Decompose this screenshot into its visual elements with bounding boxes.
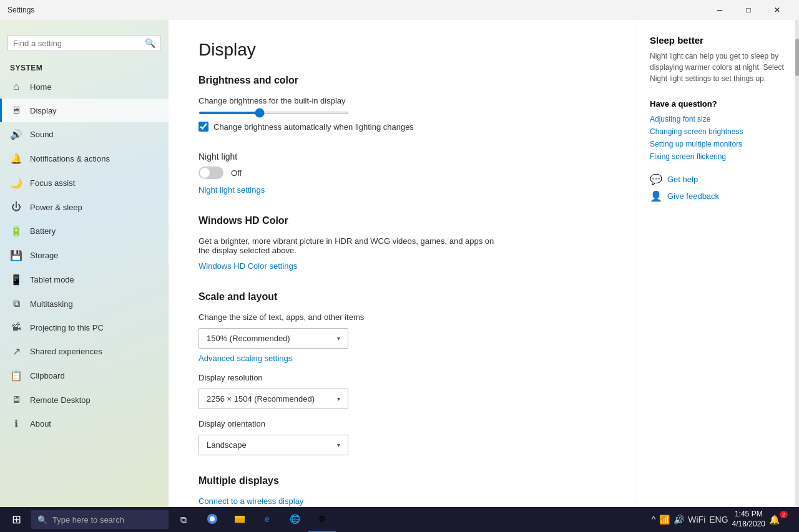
storage-icon: 💾 [10, 249, 22, 261]
task-view-button[interactable]: ⧉ [170, 507, 197, 532]
taskbar-time[interactable]: 1:45 PM 4/18/2020 [732, 510, 765, 529]
search-box[interactable]: 🔍 [7, 35, 161, 51]
toggle-knob [200, 168, 210, 178]
link-multiple-monitors[interactable]: Setting up multiple monitors [650, 140, 787, 148]
sidebar-item-tablet[interactable]: 📱 Tablet mode [0, 268, 169, 292]
sidebar-item-label-about: About [30, 419, 51, 428]
hd-color-settings-link[interactable]: Windows HD Color settings [199, 261, 297, 271]
svg-rect-3 [235, 518, 245, 523]
give-feedback-icon: 👤 [650, 190, 662, 202]
sidebar-item-sound[interactable]: 🔊 Sound [0, 122, 169, 147]
give-feedback-label: Give feedback [667, 191, 719, 201]
display-icon: 🖥 [10, 105, 22, 116]
orientation-dropdown-value: Landscape [207, 440, 247, 450]
sidebar-item-remote[interactable]: 🖥 Remote Desktop [0, 388, 169, 412]
app-body: 🔍 System ⌂ Home 🖥 Display 🔊 Sound 🔔 Noti… [0, 20, 799, 507]
brightness-slider[interactable] [199, 112, 348, 114]
get-help-action[interactable]: 💬 Get help [650, 173, 787, 185]
search-input[interactable] [13, 39, 145, 48]
sidebar-item-multitasking[interactable]: ⧉ Multitasking [0, 292, 169, 316]
sidebar-item-shared[interactable]: ↗ Shared experiences [0, 339, 169, 364]
taskbar-app-chrome[interactable] [199, 507, 226, 532]
sidebar-item-home[interactable]: ⌂ Home [0, 75, 169, 99]
search-icon: 🔍 [145, 38, 155, 48]
taskbar-app-settings[interactable]: ⚙ [308, 507, 336, 532]
sidebar-item-notifications[interactable]: 🔔 Notifications & actions [0, 147, 169, 171]
taskbar-search[interactable]: 🔍 Type here to search [31, 510, 169, 529]
link-adjusting-font[interactable]: Adjusting font size [650, 115, 787, 123]
wireless-display-link[interactable]: Connect to a wireless display [199, 496, 607, 506]
sidebar-item-focus[interactable]: 🌙 Focus assist [0, 171, 169, 195]
taskbar-sys-tray: ^ 📶 🔊 WiFi ENG 1:45 PM 4/18/2020 🔔 2 [647, 510, 797, 529]
night-light-toggle[interactable] [199, 167, 223, 179]
brightness-label: Change brightness for the built-in displ… [199, 96, 607, 105]
hd-color-section: Windows HD Color Get a brighter, more vi… [199, 215, 607, 271]
remote-icon: 🖥 [10, 394, 22, 405]
sidebar-section-label: System [0, 59, 169, 75]
multiple-displays-section: Multiple displays Connect to a wireless … [199, 475, 607, 507]
sidebar-item-about[interactable]: ℹ About [0, 412, 169, 436]
clipboard-icon: 📋 [10, 370, 22, 382]
about-icon: ℹ [10, 418, 22, 430]
maximize-button[interactable]: □ [734, 0, 763, 20]
volume-icon[interactable]: 🔊 [674, 515, 684, 525]
tablet-icon: 📱 [10, 274, 22, 286]
auto-brightness-checkbox[interactable] [199, 122, 208, 132]
have-question-title: Have a question? [650, 99, 787, 109]
give-feedback-action[interactable]: 👤 Give feedback [650, 190, 787, 202]
sidebar-item-battery[interactable]: 🔋 Battery [0, 219, 169, 243]
scale-dropdown-value: 150% (Recommended) [207, 334, 290, 343]
taskbar-app-5[interactable]: 🌐 [281, 507, 308, 532]
projecting-icon: 📽 [10, 322, 22, 333]
sidebar-item-clipboard[interactable]: 📋 Clipboard [0, 364, 169, 388]
svg-rect-4 [235, 516, 239, 518]
sidebar-item-projecting[interactable]: 📽 Projecting to this PC [0, 316, 169, 339]
sidebar-item-label-clipboard: Clipboard [30, 371, 65, 380]
titlebar: Settings ─ □ ✕ [0, 0, 799, 20]
scale-dropdown[interactable]: 150% (Recommended) ▾ [199, 328, 348, 349]
scrollbar-thumb[interactable] [795, 39, 799, 76]
link-changing-brightness[interactable]: Changing screen brightness [650, 127, 787, 136]
sidebar-item-display[interactable]: 🖥 Display [0, 99, 169, 122]
notifications-icon: 🔔 [10, 153, 22, 165]
advanced-scaling-link[interactable]: Advanced scaling settings [199, 354, 607, 363]
get-help-icon: 💬 [650, 173, 662, 185]
sidebar-item-label-sound: Sound [30, 130, 54, 139]
sidebar-item-label-shared: Shared experiences [30, 347, 102, 356]
minimize-button[interactable]: ─ [705, 0, 734, 20]
close-button[interactable]: ✕ [763, 0, 792, 20]
scrollbar[interactable] [795, 20, 799, 507]
shared-icon: ↗ [10, 346, 22, 357]
sidebar-item-storage[interactable]: 💾 Storage [0, 243, 169, 268]
chevron-up-icon[interactable]: ^ [652, 515, 656, 525]
taskbar-app-explorer[interactable] [226, 507, 253, 532]
sidebar-item-label-storage: Storage [30, 251, 59, 260]
multiple-displays-title: Multiple displays [199, 475, 607, 486]
orientation-dropdown[interactable]: Landscape ▾ [199, 435, 348, 455]
brightness-slider-container [199, 112, 607, 114]
night-light-settings-link[interactable]: Night light settings [199, 185, 265, 195]
brightness-section: Brightness and color Change brightness f… [199, 75, 607, 132]
sidebar-item-power[interactable]: ⏻ Power & sleep [0, 195, 169, 219]
orientation-label: Display orientation [199, 419, 607, 428]
resolution-dropdown[interactable]: 2256 × 1504 (Recommended) ▾ [199, 389, 348, 409]
titlebar-controls: ─ □ ✕ [705, 0, 792, 20]
taskbar-app-edge[interactable]: e [253, 507, 281, 532]
sidebar-item-label-display: Display [30, 106, 57, 115]
taskbar-search-icon: 🔍 [37, 515, 47, 525]
resolution-chevron-icon: ▾ [337, 395, 340, 402]
scale-chevron-icon: ▾ [337, 335, 340, 342]
link-screen-flickering[interactable]: Fixing screen flickering [650, 152, 787, 161]
taskbar: ⊞ 🔍 Type here to search ⧉ e 🌐 ⚙ ^ 📶 🔊 Wi… [0, 507, 799, 532]
multitasking-icon: ⧉ [10, 298, 22, 309]
taskbar-clock: 1:45 PM [732, 510, 765, 520]
power-icon: ⏻ [10, 201, 22, 213]
scale-layout-title: Scale and layout [199, 291, 607, 302]
svg-point-1 [210, 516, 215, 521]
wifi-icon[interactable]: WiFi [688, 515, 705, 525]
notification-icon[interactable]: 🔔 [769, 515, 780, 525]
night-light-label: Night light [199, 152, 607, 162]
start-button[interactable]: ⊞ [2, 507, 30, 532]
sidebar-item-label-battery: Battery [30, 226, 56, 236]
network-icon[interactable]: 📶 [659, 515, 670, 525]
